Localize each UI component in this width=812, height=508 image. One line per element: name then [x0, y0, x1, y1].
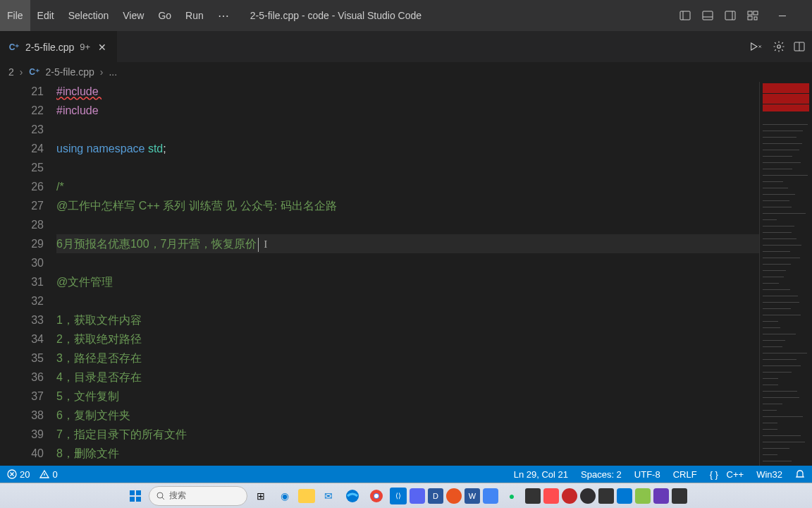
code-line[interactable] [56, 158, 759, 177]
svg-rect-4 [725, 11, 735, 20]
code-line[interactable]: 6，复制文件夹 [56, 406, 759, 425]
code-line[interactable]: using namespace std; [56, 139, 759, 158]
menu-edit[interactable]: Edit [30, 0, 61, 31]
chrome-icon[interactable] [366, 485, 387, 507]
editor[interactable]: 2122232425262728293031323334353637383940… [0, 82, 812, 466]
app-icon[interactable] [617, 488, 632, 504]
app-icon[interactable] [446, 488, 462, 504]
line-number: 21 [0, 82, 44, 101]
status-lang[interactable]: { } C++ [710, 469, 744, 480]
breadcrumb[interactable]: 2 › C⁺ 2-5-file.cpp › ... [0, 62, 812, 82]
tab-active[interactable]: C⁺ 2-5-file.cpp 9+ ✕ [0, 31, 117, 62]
status-errors[interactable]: 20 [7, 469, 30, 480]
menu-file[interactable]: File [0, 0, 30, 31]
code-line[interactable]: #include [56, 101, 759, 120]
minimap-line [763, 315, 801, 315]
minimap-error-region [763, 104, 809, 111]
app-icon[interactable] [672, 488, 687, 504]
layout-right-icon[interactable] [722, 7, 739, 24]
code-line[interactable] [56, 215, 759, 234]
layout-customize-icon[interactable] [744, 7, 761, 24]
explorer-icon[interactable] [298, 489, 315, 503]
svg-rect-18 [130, 497, 135, 502]
line-number: 37 [0, 387, 44, 406]
word-icon[interactable]: W [465, 488, 480, 504]
minimap-line [763, 454, 777, 455]
breadcrumb-folder[interactable]: 2 [8, 66, 14, 78]
edge-icon[interactable] [342, 485, 363, 507]
minimap[interactable] [759, 82, 812, 466]
code-line[interactable]: 7，指定目录下的所有文件 [56, 425, 759, 444]
vscode-icon[interactable]: ⟨⟩ [390, 488, 407, 504]
code-line[interactable]: 1，获取文件内容 [56, 310, 759, 329]
status-notifications-icon[interactable] [795, 469, 805, 479]
code-line[interactable]: 3，路径是否存在 [56, 349, 759, 368]
status-target[interactable]: Win32 [756, 469, 782, 480]
split-editor-icon[interactable] [794, 41, 805, 52]
start-icon[interactable] [125, 485, 146, 507]
code-area[interactable]: #include #include using namespace std; /… [56, 82, 759, 466]
status-spaces[interactable]: Spaces: 2 [581, 469, 622, 480]
app-icon[interactable] [562, 488, 577, 504]
line-number: 32 [0, 291, 44, 310]
code-line[interactable]: 6月预报名优惠100，7月开营，恢复原价I [56, 234, 759, 253]
code-line[interactable]: 4，目录是否存在 [56, 368, 759, 387]
statusbar: 20 0 Ln 29, Col 21 Spaces: 2 UTF-8 CRLF … [0, 466, 812, 483]
code-line[interactable] [56, 120, 759, 139]
line-number: 28 [0, 215, 44, 234]
menu-overflow-icon[interactable]: ⋯ [211, 9, 236, 23]
code-line[interactable] [56, 291, 759, 310]
menu-selection[interactable]: Selection [61, 0, 116, 31]
code-line[interactable]: @文件管理 [56, 272, 759, 291]
taskview-icon[interactable]: ⊞ [250, 485, 271, 507]
status-eol[interactable]: CRLF [673, 469, 697, 480]
taskbar-search[interactable]: 搜索 [149, 486, 247, 506]
code-line[interactable]: 5，文件复制 [56, 387, 759, 406]
code-line[interactable]: @工作中怎样写 C++ 系列 训练营 见 公众号: 码出名企路 [56, 196, 759, 215]
status-warnings[interactable]: 0 [39, 469, 57, 480]
obs-icon[interactable] [580, 488, 596, 504]
code-line[interactable] [56, 253, 759, 272]
layout-left-icon[interactable] [677, 7, 694, 24]
line-number: 35 [0, 349, 44, 368]
window-title: 2-5-file.cpp - code - Visual Studio Code [236, 10, 677, 21]
minimap-error-region [763, 83, 809, 93]
code-line[interactable]: /* [56, 177, 759, 196]
app-icon[interactable] [410, 488, 425, 504]
minimap-line [763, 296, 798, 296]
run-debug-icon[interactable] [750, 41, 764, 52]
app-icon[interactable] [598, 488, 614, 504]
line-number: 25 [0, 158, 44, 177]
app-icon[interactable] [483, 488, 498, 504]
minimize-icon[interactable]: ─ [774, 7, 791, 24]
menu-run[interactable]: Run [178, 0, 211, 31]
line-number: 23 [0, 120, 44, 139]
svg-rect-0 [680, 11, 690, 20]
app-icon[interactable]: D [428, 488, 443, 504]
menu-view[interactable]: View [116, 0, 151, 31]
windows-taskbar[interactable]: 搜索 ⊞ ◉ ✉ ⟨⟩ D W ● [0, 483, 812, 508]
settings-gear-icon[interactable] [773, 40, 785, 53]
code-line[interactable]: 8，删除文件 [56, 444, 759, 463]
code-line[interactable]: #include [56, 82, 759, 101]
app-icon[interactable] [653, 488, 669, 504]
tab-close-icon[interactable]: ✕ [96, 41, 109, 54]
status-position[interactable]: Ln 29, Col 21 [514, 469, 568, 480]
mail-icon[interactable]: ✉ [318, 485, 339, 507]
app-icon[interactable] [635, 488, 651, 504]
minimap-line [763, 327, 780, 328]
breadcrumb-file[interactable]: 2-5-file.cpp [45, 66, 94, 78]
breadcrumb-more[interactable]: ... [109, 66, 117, 78]
minimap-line [763, 404, 782, 404]
widgets-icon[interactable]: ◉ [274, 485, 295, 507]
minimap-line [763, 270, 786, 271]
status-encoding[interactable]: UTF-8 [634, 469, 660, 480]
line-number: 38 [0, 406, 44, 425]
app-icon[interactable] [525, 488, 541, 504]
code-line[interactable]: 2，获取绝对路径 [56, 329, 759, 349]
app-icon[interactable] [543, 488, 559, 504]
menu-go[interactable]: Go [151, 0, 178, 31]
svg-line-21 [162, 497, 164, 500]
wechat-icon[interactable]: ● [501, 485, 522, 507]
layout-bottom-icon[interactable] [699, 7, 716, 24]
